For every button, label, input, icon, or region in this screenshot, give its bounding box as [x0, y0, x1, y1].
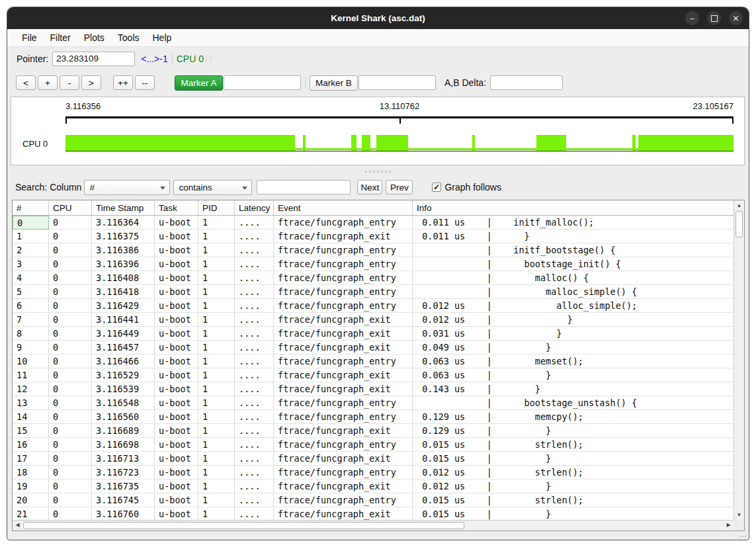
table-cell[interactable]: | malloc_simple() { — [413, 285, 734, 299]
table-cell[interactable]: 1 — [198, 493, 235, 507]
search-operator-select[interactable]: contains — [173, 180, 252, 195]
table-cell[interactable]: 1 — [198, 257, 235, 271]
table-cell[interactable]: 7 — [13, 313, 49, 327]
table-cell[interactable]: 1 — [198, 216, 235, 230]
horizontal-scrollbar[interactable]: ◀ ▶ — [13, 520, 734, 530]
table-cell[interactable]: ftrace/funcgraph_entry — [274, 216, 413, 230]
table-cell[interactable]: u-boot — [155, 452, 198, 466]
table-cell[interactable]: 0.012 us | } — [413, 480, 734, 493]
table-cell[interactable]: 0.063 us | memset(); — [413, 355, 734, 368]
table-cell[interactable]: ftrace/funcgraph_exit — [274, 382, 413, 396]
table-cell[interactable]: 0 — [49, 493, 92, 507]
menu-filter[interactable]: Filter — [44, 32, 77, 43]
table-cell[interactable]: 0 — [49, 410, 92, 424]
minimize-button[interactable]: – — [685, 11, 699, 25]
table-cell[interactable]: 0.015 us | strlen(); — [413, 438, 734, 452]
table-cell[interactable]: 3.116760 — [92, 507, 155, 520]
table-cell[interactable]: .... — [235, 424, 274, 438]
table-cell[interactable]: 20 — [13, 493, 49, 507]
table-cell[interactable]: 0 — [49, 285, 92, 299]
table-cell[interactable]: 1 — [198, 285, 235, 299]
table-cell[interactable]: u-boot — [155, 424, 198, 438]
cpu0-activity-segment[interactable] — [638, 135, 734, 151]
table-cell[interactable]: 11 — [13, 368, 49, 382]
cpu0-activity-segment[interactable] — [376, 135, 408, 151]
table-cell[interactable]: .... — [235, 216, 274, 230]
table-cell[interactable]: 0 — [49, 368, 92, 382]
table-cell[interactable]: u-boot — [155, 285, 198, 299]
marker-a-button[interactable]: Marker A — [175, 75, 223, 91]
table-cell[interactable]: u-boot — [155, 507, 198, 520]
table-cell[interactable]: .... — [235, 299, 274, 313]
pointer-input[interactable] — [52, 52, 135, 66]
table-cell[interactable]: 1 — [198, 507, 235, 520]
marker-b-input[interactable] — [358, 75, 436, 90]
table-cell[interactable]: 3.116375 — [92, 230, 155, 243]
table-cell[interactable]: 1 — [198, 368, 235, 382]
table-cell[interactable]: 1 — [198, 327, 235, 341]
table-cell[interactable]: 0.143 us | } — [413, 382, 734, 396]
table-cell[interactable]: 0 — [49, 313, 92, 327]
ab-delta-input[interactable] — [490, 75, 563, 90]
table-cell[interactable]: | malloc() { — [413, 271, 734, 285]
table-cell[interactable]: 0 — [49, 230, 92, 243]
table-cell[interactable]: 18 — [13, 466, 49, 480]
table-cell[interactable]: 3.116466 — [92, 355, 155, 368]
shift-left-button[interactable]: < — [16, 75, 36, 90]
scroll-left-icon[interactable]: ◀ — [13, 521, 22, 530]
table-cell[interactable]: 3.116449 — [92, 327, 155, 341]
table-cell[interactable]: | bootstage_unstash() { — [413, 396, 734, 410]
table-cell[interactable]: ftrace/funcgraph_exit — [274, 230, 413, 243]
vertical-scrollbar-thumb[interactable] — [735, 211, 743, 237]
table-cell[interactable]: u-boot — [155, 368, 198, 382]
table-cell[interactable]: .... — [235, 382, 274, 396]
table-cell[interactable]: ftrace/funcgraph_entry — [274, 271, 413, 285]
table-cell[interactable]: u-boot — [155, 230, 198, 243]
search-prev-button[interactable]: Prev — [386, 180, 413, 194]
table-cell[interactable]: 3.116418 — [92, 285, 155, 299]
table-cell[interactable]: .... — [235, 438, 274, 452]
table-cell[interactable]: 1 — [198, 299, 235, 313]
table-cell[interactable]: 5 — [13, 285, 49, 299]
table-cell[interactable]: 1 — [198, 424, 235, 438]
table-cell[interactable]: u-boot — [155, 327, 198, 341]
table-cell[interactable]: .... — [235, 327, 274, 341]
search-input[interactable] — [257, 180, 351, 194]
cpu0-activity-bar[interactable] — [65, 135, 734, 151]
table-cell[interactable]: ftrace/funcgraph_entry — [274, 438, 413, 452]
table-cell[interactable]: 14 — [13, 410, 49, 424]
table-cell[interactable]: 1 — [198, 452, 235, 466]
table-cell[interactable]: 0.012 us | strlen(); — [413, 466, 734, 480]
table-cell[interactable]: ftrace/funcgraph_exit — [274, 313, 413, 327]
table-cell[interactable]: 0 — [49, 452, 92, 466]
zoom-out-button[interactable]: - — [60, 75, 79, 90]
zoom-out-fast-button[interactable]: -- — [135, 75, 155, 90]
table-cell[interactable]: 1 — [198, 466, 235, 480]
table-cell[interactable]: u-boot — [155, 493, 198, 507]
table-cell[interactable]: 3.116457 — [92, 341, 155, 355]
table-cell[interactable]: u-boot — [155, 299, 198, 313]
menu-file[interactable]: File — [15, 32, 44, 43]
table-cell[interactable]: 3.116745 — [92, 493, 155, 507]
cpu0-activity-segment[interactable] — [303, 135, 306, 151]
table-cell[interactable]: 1 — [198, 341, 235, 355]
table-cell[interactable]: 0 — [49, 216, 92, 230]
marker-b-button[interactable]: Marker B — [310, 75, 358, 91]
table-cell[interactable]: .... — [235, 452, 274, 466]
table-cell[interactable]: 1 — [198, 313, 235, 327]
table-cell[interactable]: .... — [235, 410, 274, 424]
table-cell[interactable]: 0.011 us | } — [413, 230, 734, 243]
table-cell[interactable]: .... — [235, 313, 274, 327]
table-cell[interactable]: u-boot — [155, 466, 198, 480]
table-cell[interactable]: 1 — [198, 438, 235, 452]
table-cell[interactable]: 3.116429 — [92, 299, 155, 313]
table-cell[interactable]: 2 — [13, 243, 49, 257]
table-cell[interactable]: 1 — [198, 271, 235, 285]
table-cell[interactable]: .... — [235, 271, 274, 285]
table-cell[interactable]: ftrace/funcgraph_entry — [274, 285, 413, 299]
table-cell[interactable]: 0.015 us | } — [413, 452, 734, 466]
table-cell[interactable]: 1 — [198, 355, 235, 368]
table-cell[interactable]: 3.116364 — [92, 216, 155, 230]
table-cell[interactable]: 3 — [13, 257, 49, 271]
table-cell[interactable]: u-boot — [155, 216, 198, 230]
